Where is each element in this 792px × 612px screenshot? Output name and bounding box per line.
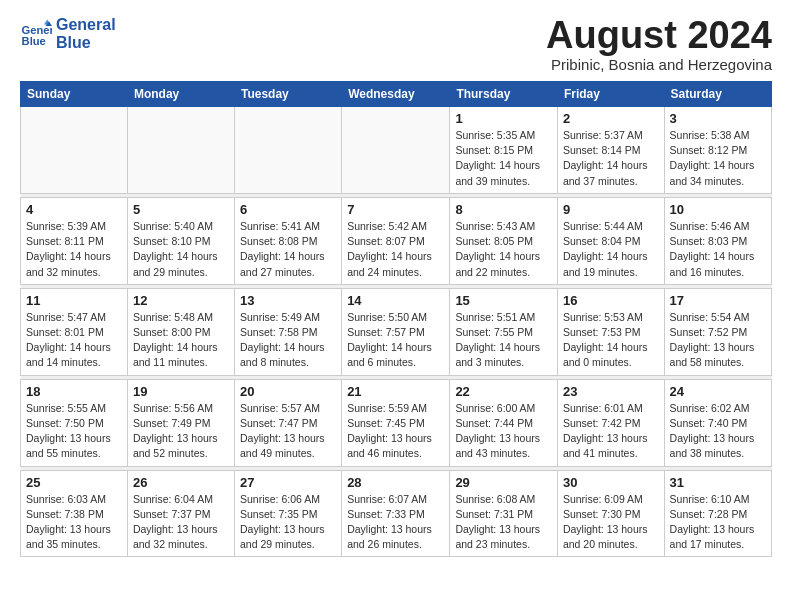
svg-text:Blue: Blue [22, 35, 46, 47]
weekday-header-monday: Monday [127, 82, 234, 107]
calendar-cell: 19Sunrise: 5:56 AM Sunset: 7:49 PM Dayli… [127, 379, 234, 466]
calendar-cell: 7Sunrise: 5:42 AM Sunset: 8:07 PM Daylig… [342, 197, 450, 284]
day-number: 3 [670, 111, 766, 126]
day-number: 29 [455, 475, 552, 490]
calendar-cell: 30Sunrise: 6:09 AM Sunset: 7:30 PM Dayli… [557, 470, 664, 557]
calendar-week-3: 11Sunrise: 5:47 AM Sunset: 8:01 PM Dayli… [21, 288, 772, 375]
logo: General Blue General Blue [20, 16, 116, 51]
day-number: 12 [133, 293, 229, 308]
day-info: Sunrise: 5:54 AM Sunset: 7:52 PM Dayligh… [670, 310, 766, 371]
day-number: 21 [347, 384, 444, 399]
logo-icon: General Blue [20, 18, 52, 50]
calendar-cell: 16Sunrise: 5:53 AM Sunset: 7:53 PM Dayli… [557, 288, 664, 375]
day-info: Sunrise: 6:09 AM Sunset: 7:30 PM Dayligh… [563, 492, 659, 553]
calendar-cell [21, 107, 128, 194]
day-number: 27 [240, 475, 336, 490]
calendar-cell [234, 107, 341, 194]
day-number: 15 [455, 293, 552, 308]
day-info: Sunrise: 5:59 AM Sunset: 7:45 PM Dayligh… [347, 401, 444, 462]
day-number: 5 [133, 202, 229, 217]
day-number: 26 [133, 475, 229, 490]
day-number: 11 [26, 293, 122, 308]
weekday-header-row: SundayMondayTuesdayWednesdayThursdayFrid… [21, 82, 772, 107]
calendar-cell: 17Sunrise: 5:54 AM Sunset: 7:52 PM Dayli… [664, 288, 771, 375]
logo-blue: Blue [56, 34, 116, 52]
day-number: 22 [455, 384, 552, 399]
calendar-cell: 31Sunrise: 6:10 AM Sunset: 7:28 PM Dayli… [664, 470, 771, 557]
day-info: Sunrise: 5:38 AM Sunset: 8:12 PM Dayligh… [670, 128, 766, 189]
page-header: General Blue General Blue August 2024 Pr… [20, 16, 772, 73]
day-info: Sunrise: 5:50 AM Sunset: 7:57 PM Dayligh… [347, 310, 444, 371]
day-info: Sunrise: 5:57 AM Sunset: 7:47 PM Dayligh… [240, 401, 336, 462]
calendar-cell: 9Sunrise: 5:44 AM Sunset: 8:04 PM Daylig… [557, 197, 664, 284]
calendar-cell: 3Sunrise: 5:38 AM Sunset: 8:12 PM Daylig… [664, 107, 771, 194]
weekday-header-thursday: Thursday [450, 82, 558, 107]
day-number: 30 [563, 475, 659, 490]
day-info: Sunrise: 5:51 AM Sunset: 7:55 PM Dayligh… [455, 310, 552, 371]
day-number: 9 [563, 202, 659, 217]
calendar-cell: 6Sunrise: 5:41 AM Sunset: 8:08 PM Daylig… [234, 197, 341, 284]
day-number: 20 [240, 384, 336, 399]
day-number: 31 [670, 475, 766, 490]
day-number: 4 [26, 202, 122, 217]
day-number: 19 [133, 384, 229, 399]
day-number: 8 [455, 202, 552, 217]
day-info: Sunrise: 5:40 AM Sunset: 8:10 PM Dayligh… [133, 219, 229, 280]
day-info: Sunrise: 6:01 AM Sunset: 7:42 PM Dayligh… [563, 401, 659, 462]
calendar-cell: 20Sunrise: 5:57 AM Sunset: 7:47 PM Dayli… [234, 379, 341, 466]
day-info: Sunrise: 5:43 AM Sunset: 8:05 PM Dayligh… [455, 219, 552, 280]
calendar-cell: 23Sunrise: 6:01 AM Sunset: 7:42 PM Dayli… [557, 379, 664, 466]
calendar-cell: 25Sunrise: 6:03 AM Sunset: 7:38 PM Dayli… [21, 470, 128, 557]
day-info: Sunrise: 5:48 AM Sunset: 8:00 PM Dayligh… [133, 310, 229, 371]
day-info: Sunrise: 5:55 AM Sunset: 7:50 PM Dayligh… [26, 401, 122, 462]
day-number: 23 [563, 384, 659, 399]
calendar-cell: 15Sunrise: 5:51 AM Sunset: 7:55 PM Dayli… [450, 288, 558, 375]
day-info: Sunrise: 5:44 AM Sunset: 8:04 PM Dayligh… [563, 219, 659, 280]
calendar-cell: 22Sunrise: 6:00 AM Sunset: 7:44 PM Dayli… [450, 379, 558, 466]
day-info: Sunrise: 6:03 AM Sunset: 7:38 PM Dayligh… [26, 492, 122, 553]
title-block: August 2024 Pribinic, Bosnia and Herzego… [546, 16, 772, 73]
calendar-cell: 10Sunrise: 5:46 AM Sunset: 8:03 PM Dayli… [664, 197, 771, 284]
calendar-cell: 21Sunrise: 5:59 AM Sunset: 7:45 PM Dayli… [342, 379, 450, 466]
day-info: Sunrise: 5:56 AM Sunset: 7:49 PM Dayligh… [133, 401, 229, 462]
day-number: 2 [563, 111, 659, 126]
day-info: Sunrise: 5:35 AM Sunset: 8:15 PM Dayligh… [455, 128, 552, 189]
day-info: Sunrise: 6:00 AM Sunset: 7:44 PM Dayligh… [455, 401, 552, 462]
day-info: Sunrise: 5:47 AM Sunset: 8:01 PM Dayligh… [26, 310, 122, 371]
day-number: 14 [347, 293, 444, 308]
weekday-header-saturday: Saturday [664, 82, 771, 107]
logo-general: General [56, 16, 116, 34]
calendar-cell: 2Sunrise: 5:37 AM Sunset: 8:14 PM Daylig… [557, 107, 664, 194]
weekday-header-wednesday: Wednesday [342, 82, 450, 107]
calendar-cell: 18Sunrise: 5:55 AM Sunset: 7:50 PM Dayli… [21, 379, 128, 466]
day-number: 25 [26, 475, 122, 490]
calendar-cell [127, 107, 234, 194]
day-info: Sunrise: 5:41 AM Sunset: 8:08 PM Dayligh… [240, 219, 336, 280]
calendar-week-5: 25Sunrise: 6:03 AM Sunset: 7:38 PM Dayli… [21, 470, 772, 557]
day-info: Sunrise: 5:37 AM Sunset: 8:14 PM Dayligh… [563, 128, 659, 189]
calendar-cell [342, 107, 450, 194]
location-subtitle: Pribinic, Bosnia and Herzegovina [546, 56, 772, 73]
day-info: Sunrise: 5:53 AM Sunset: 7:53 PM Dayligh… [563, 310, 659, 371]
day-info: Sunrise: 6:08 AM Sunset: 7:31 PM Dayligh… [455, 492, 552, 553]
day-number: 10 [670, 202, 766, 217]
calendar-week-1: 1Sunrise: 5:35 AM Sunset: 8:15 PM Daylig… [21, 107, 772, 194]
day-info: Sunrise: 5:46 AM Sunset: 8:03 PM Dayligh… [670, 219, 766, 280]
day-info: Sunrise: 5:42 AM Sunset: 8:07 PM Dayligh… [347, 219, 444, 280]
calendar-cell: 24Sunrise: 6:02 AM Sunset: 7:40 PM Dayli… [664, 379, 771, 466]
day-info: Sunrise: 5:49 AM Sunset: 7:58 PM Dayligh… [240, 310, 336, 371]
day-number: 24 [670, 384, 766, 399]
calendar-cell: 11Sunrise: 5:47 AM Sunset: 8:01 PM Dayli… [21, 288, 128, 375]
day-number: 18 [26, 384, 122, 399]
calendar-cell: 4Sunrise: 5:39 AM Sunset: 8:11 PM Daylig… [21, 197, 128, 284]
day-number: 28 [347, 475, 444, 490]
day-number: 1 [455, 111, 552, 126]
calendar-cell: 27Sunrise: 6:06 AM Sunset: 7:35 PM Dayli… [234, 470, 341, 557]
calendar-cell: 1Sunrise: 5:35 AM Sunset: 8:15 PM Daylig… [450, 107, 558, 194]
calendar-table: SundayMondayTuesdayWednesdayThursdayFrid… [20, 81, 772, 557]
day-info: Sunrise: 6:04 AM Sunset: 7:37 PM Dayligh… [133, 492, 229, 553]
calendar-cell: 5Sunrise: 5:40 AM Sunset: 8:10 PM Daylig… [127, 197, 234, 284]
month-year-title: August 2024 [546, 16, 772, 54]
calendar-cell: 14Sunrise: 5:50 AM Sunset: 7:57 PM Dayli… [342, 288, 450, 375]
calendar-cell: 28Sunrise: 6:07 AM Sunset: 7:33 PM Dayli… [342, 470, 450, 557]
